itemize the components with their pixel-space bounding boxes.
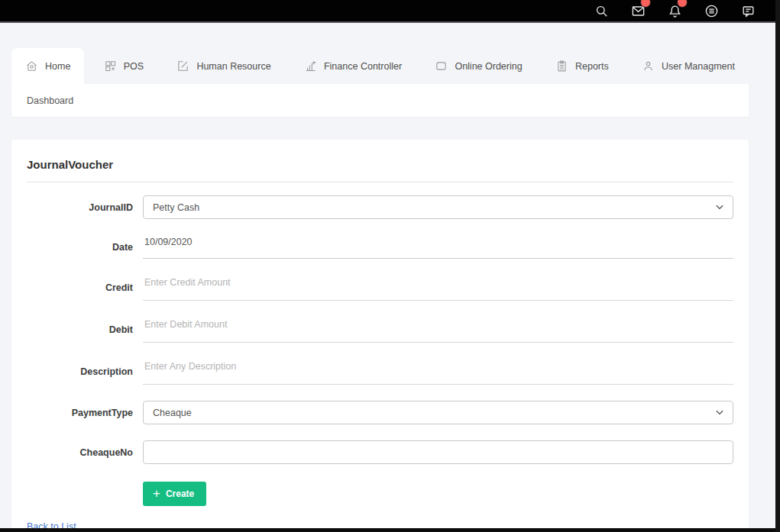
cheaque-no-input[interactable]: [143, 440, 733, 464]
tab-label: Online Ordering: [455, 61, 522, 72]
create-button-row: + Create: [27, 480, 733, 506]
credit-row: Credit: [27, 275, 733, 301]
tab-human-resource[interactable]: Human Resource: [163, 48, 284, 84]
search-icon[interactable]: [594, 4, 609, 18]
mail-notification-badge: [640, 0, 651, 8]
description-row: Description: [27, 359, 733, 385]
description-input[interactable]: [143, 360, 733, 385]
credit-input[interactable]: [143, 276, 733, 301]
plus-icon: +: [153, 489, 160, 498]
tab-home[interactable]: Home: [11, 48, 84, 84]
topbar: [0, 0, 780, 23]
tab-label: Human Resource: [196, 61, 270, 72]
mail-icon[interactable]: [631, 4, 646, 18]
date-row: Date 10/09/2020: [27, 235, 733, 259]
tab-reports[interactable]: Reports: [542, 48, 623, 84]
date-label: Date: [27, 242, 143, 253]
create-button-label: Create: [166, 488, 194, 499]
tab-label: Home: [45, 61, 70, 72]
window-right-edge: [775, 0, 780, 532]
credit-label: Credit: [27, 282, 143, 293]
journal-voucher-panel: JournalVoucher JournalID Petty Cash Date…: [11, 140, 749, 532]
edit-square-icon: [176, 60, 189, 73]
breadcrumb[interactable]: Dashboard: [27, 95, 73, 106]
tab-strip: Home POS Human Resource Finance Controll…: [11, 48, 749, 84]
journal-id-label: JournalID: [27, 202, 143, 213]
tab-label: POS: [124, 61, 144, 72]
bar-chart-icon: [304, 60, 317, 73]
debit-row: Debit: [27, 317, 733, 343]
cheaque-no-row: CheaqueNo: [27, 440, 733, 464]
breadcrumb-bar: Dashboard: [11, 84, 749, 117]
tab-pos[interactable]: POS: [90, 48, 157, 84]
chat-icon[interactable]: [741, 4, 756, 18]
tab-user-managment[interactable]: User Managment: [628, 48, 749, 84]
cheaque-no-label: CheaqueNo: [27, 447, 143, 458]
debit-label: Debit: [27, 324, 143, 335]
device-outline-icon: [435, 60, 448, 73]
description-label: Description: [27, 366, 143, 377]
bell-icon[interactable]: [668, 4, 682, 18]
payment-type-row: PaymentType Cheaque: [27, 401, 733, 424]
journal-id-select[interactable]: Petty Cash: [143, 195, 733, 219]
debit-input[interactable]: [143, 318, 733, 343]
tab-label: User Managment: [662, 61, 735, 72]
user-icon: [642, 60, 655, 73]
payment-type-label: PaymentType: [27, 408, 143, 418]
create-button[interactable]: + Create: [143, 482, 206, 506]
bell-notification-badge: [677, 0, 688, 8]
title-divider: [27, 182, 733, 182]
page-title: JournalVoucher: [27, 158, 733, 171]
home-icon: [25, 60, 38, 73]
tab-label: Reports: [575, 61, 609, 72]
grid-plus-icon: [104, 60, 117, 73]
window-bottom-edge: [0, 528, 780, 532]
clipboard-icon: [555, 60, 568, 73]
payment-type-select[interactable]: Cheaque: [143, 401, 733, 424]
menu-circle-icon[interactable]: [704, 4, 719, 18]
journal-id-row: JournalID Petty Cash: [27, 195, 733, 219]
date-value: 10/09/2020: [143, 235, 733, 259]
tab-finance-controller[interactable]: Finance Controller: [290, 48, 416, 84]
tab-online-ordering[interactable]: Online Ordering: [421, 48, 536, 84]
tab-label: Finance Controller: [324, 61, 402, 72]
